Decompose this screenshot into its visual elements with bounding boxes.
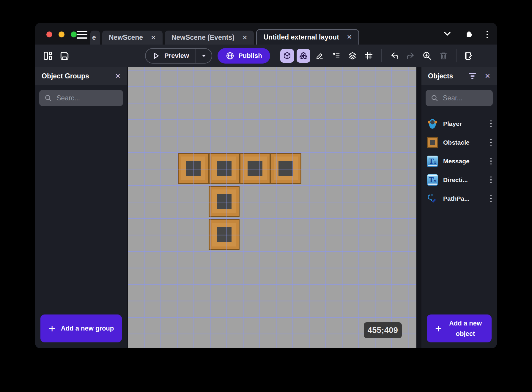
- chevron-down-icon[interactable]: [443, 31, 451, 38]
- tab-label: e: [92, 34, 96, 42]
- main-menu-hamburger-icon[interactable]: [77, 31, 87, 39]
- obstacle-instance[interactable]: [209, 186, 240, 217]
- close-icon[interactable]: ✕: [485, 72, 490, 80]
- object-menu-kebab-icon[interactable]: [490, 120, 492, 127]
- instance-list-icon[interactable]: [329, 49, 343, 63]
- object-row-pathpaint[interactable]: PathPa...: [421, 189, 497, 208]
- cursor-coordinates-badge: 455;409: [364, 322, 402, 338]
- add-object-button[interactable]: + Add a new object: [427, 314, 492, 342]
- search-input[interactable]: [56, 94, 118, 102]
- tab-strip: e NewScene ✕ NewScene (Events) ✕ Untitle…: [90, 29, 359, 45]
- tab-newscene-events[interactable]: NewScene (Events) ✕: [165, 31, 254, 45]
- globe-icon: [226, 51, 234, 60]
- objects-header: Objects ✕: [421, 67, 497, 85]
- tab-bar-actions: [443, 30, 488, 39]
- maximize-window-button[interactable]: [71, 31, 77, 37]
- object-menu-kebab-icon[interactable]: [490, 158, 492, 165]
- add-group-label: Add a new group: [61, 323, 114, 333]
- object-row-player[interactable]: Player: [421, 114, 497, 133]
- redo-icon[interactable]: [404, 49, 418, 63]
- tile-layer: [128, 67, 416, 348]
- objects-search[interactable]: [426, 90, 493, 106]
- object-menu-kebab-icon[interactable]: [490, 139, 492, 146]
- save-icon[interactable]: [58, 49, 71, 63]
- scene-canvas[interactable]: 455;409: [128, 67, 416, 348]
- objects-list: Player Obstacle Tx Message: [421, 114, 497, 208]
- object-row-obstacle[interactable]: Obstacle: [421, 133, 497, 152]
- search-icon: [44, 94, 52, 102]
- close-icon[interactable]: ✕: [242, 34, 248, 41]
- object-groups-panel: Object Groups ✕ + Add a new group: [35, 67, 127, 348]
- minimize-window-button[interactable]: [59, 31, 64, 37]
- search-icon: [431, 94, 438, 102]
- obstacle-instance[interactable]: [270, 153, 301, 184]
- publish-label: Publish: [238, 52, 262, 60]
- object-label: Obstacle: [443, 139, 470, 146]
- panel-title: Object Groups: [42, 72, 89, 80]
- app-window: e NewScene ✕ NewScene (Events) ✕ Untitle…: [35, 23, 497, 348]
- more-menu-kebab-icon[interactable]: [487, 31, 488, 38]
- main-area: Object Groups ✕ + Add a new group 455;40…: [35, 67, 497, 348]
- object-groups-header: Object Groups ✕: [35, 67, 127, 85]
- obstacle-instance[interactable]: [178, 153, 209, 184]
- objects-panel: Objects ✕: [421, 67, 497, 348]
- close-icon[interactable]: ✕: [151, 34, 156, 41]
- tab-truncated[interactable]: e: [90, 31, 100, 45]
- tab-label: Untitled external layout: [263, 33, 339, 41]
- filter-icon[interactable]: [469, 73, 476, 79]
- obstacle-instance[interactable]: [209, 219, 240, 250]
- panel-title: Objects: [428, 72, 453, 80]
- preview-button[interactable]: Preview: [145, 48, 212, 64]
- preview-label: Preview: [164, 52, 189, 60]
- tab-label: NewScene: [109, 34, 143, 42]
- object-groups-search[interactable]: [39, 90, 123, 106]
- traffic-lights: [46, 31, 77, 37]
- layers-icon[interactable]: [346, 49, 359, 63]
- toolbar: Preview Publish: [35, 45, 497, 67]
- object-label: PathPa...: [443, 195, 470, 202]
- plus-icon: +: [49, 320, 55, 338]
- project-panels-icon[interactable]: [41, 49, 55, 63]
- edit-events-icon[interactable]: [462, 49, 476, 63]
- text-object-icon: Tx: [427, 174, 438, 186]
- player-sprite-icon: [427, 118, 438, 129]
- path-paint-icon: [427, 193, 438, 204]
- close-icon[interactable]: ✕: [115, 72, 121, 80]
- grid-icon[interactable]: [362, 49, 376, 63]
- plus-icon: +: [435, 320, 442, 338]
- stacked-cubes-icon[interactable]: [297, 49, 310, 63]
- dropdown-caret-icon: [201, 54, 207, 58]
- pencil-icon[interactable]: [313, 49, 327, 63]
- tab-newscene[interactable]: NewScene ✕: [102, 31, 163, 45]
- close-icon[interactable]: ✕: [347, 34, 352, 41]
- object-menu-kebab-icon[interactable]: [490, 176, 492, 184]
- toolbar-divider: [381, 49, 382, 62]
- close-window-button[interactable]: [46, 31, 52, 37]
- text-object-icon: Tx: [427, 156, 438, 167]
- cube-3d-icon[interactable]: [280, 49, 294, 63]
- object-row-message[interactable]: Tx Message: [421, 152, 497, 170]
- edit-tools: [280, 49, 476, 63]
- tab-label: NewScene (Events): [171, 34, 234, 42]
- obstacle-instance[interactable]: [240, 153, 270, 184]
- search-input[interactable]: [442, 94, 488, 102]
- add-object-label: Add a new object: [445, 318, 486, 339]
- obstacle-sprite-icon: [427, 137, 438, 148]
- object-menu-kebab-icon[interactable]: [490, 195, 492, 202]
- object-row-directions[interactable]: Tx Directi...: [421, 170, 497, 189]
- add-group-button[interactable]: + Add a new group: [40, 314, 122, 342]
- extensions-puzzle-icon[interactable]: [465, 30, 473, 39]
- toolbar-divider: [456, 49, 457, 62]
- play-icon: [152, 52, 160, 60]
- object-label: Player: [443, 120, 462, 127]
- tab-untitled-external-layout[interactable]: Untitled external layout ✕: [256, 29, 359, 45]
- preview-options-dropdown[interactable]: [196, 49, 212, 63]
- undo-icon[interactable]: [388, 49, 401, 63]
- preview-button-main[interactable]: Preview: [146, 49, 196, 63]
- publish-button[interactable]: Publish: [218, 48, 270, 64]
- trash-icon[interactable]: [437, 49, 450, 63]
- object-label: Directi...: [443, 176, 468, 184]
- object-label: Message: [443, 158, 470, 165]
- zoom-in-icon[interactable]: [420, 49, 434, 63]
- obstacle-instance[interactable]: [209, 153, 240, 184]
